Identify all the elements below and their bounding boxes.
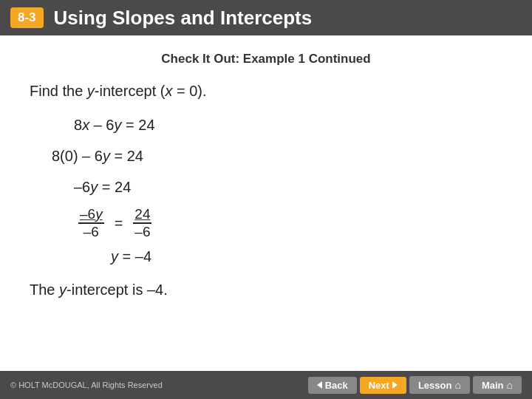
back-arrow-icon — [317, 381, 322, 389]
lesson-icon: ⌂ — [454, 379, 460, 391]
main-button[interactable]: Main ⌂ — [473, 376, 522, 394]
header-bar: 8-3 Using Slopes and Intercepts — [0, 0, 532, 35]
header-title: Using Slopes and Intercepts — [54, 7, 313, 30]
nav-buttons: Back Next Lesson ⌂ Main ⌂ — [308, 376, 522, 394]
step-4-fraction: –6y –6 = 24 –6 — [74, 206, 502, 240]
main-label: Main — [482, 380, 504, 391]
next-label: Next — [369, 380, 389, 391]
lesson-badge: 8-3 — [10, 7, 44, 28]
step-3: –6y = 24 — [74, 175, 502, 199]
lesson-label: Lesson — [418, 380, 452, 391]
fraction-right: 24 –6 — [133, 206, 151, 240]
lesson-button[interactable]: Lesson ⌂ — [409, 376, 470, 394]
step-1: 8x – 6y = 24 — [74, 113, 502, 137]
back-label: Back — [325, 380, 348, 391]
next-button[interactable]: Next — [360, 377, 406, 394]
next-arrow-icon — [392, 381, 398, 389]
conclusion: The y-intercept is –4. — [30, 282, 502, 299]
section-subtitle: Check It Out: Example 1 Continued — [30, 52, 502, 66]
content-area: Check It Out: Example 1 Continued Find t… — [0, 35, 532, 343]
step-5: y = –4 — [111, 245, 502, 268]
copyright-text: © HOLT McDOUGAL, All Rights Reserved — [10, 381, 163, 389]
fraction-left: –6y –6 — [78, 206, 104, 240]
problem-instruction: Find the y-intercept (x = 0). — [30, 83, 502, 100]
step-2: 8(0) – 6y = 24 — [52, 144, 502, 168]
main-icon: ⌂ — [507, 379, 513, 391]
bottom-bar: © HOLT McDOUGAL, All Rights Reserved Bac… — [0, 371, 532, 399]
back-button[interactable]: Back — [308, 377, 357, 394]
equals-sign: = — [115, 215, 123, 232]
